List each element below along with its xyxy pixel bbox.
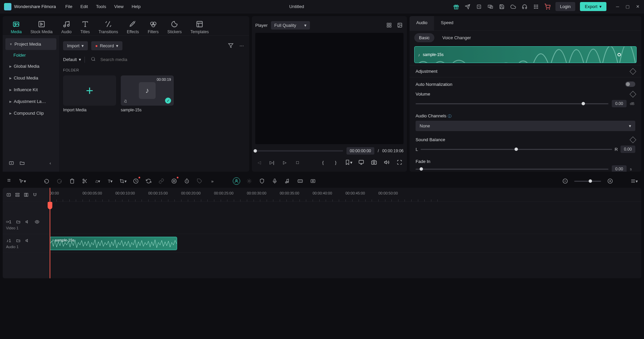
seek-handle[interactable] [254,149,257,153]
list-view-icon[interactable]: ▾ [631,177,638,185]
maximize-button[interactable]: ▢ [625,4,630,9]
audio-track[interactable]: ♪sample-15s [50,234,641,253]
cloud-icon[interactable] [510,3,517,10]
beat-icon[interactable] [284,177,291,185]
redo-icon[interactable] [56,177,63,185]
folder-icon[interactable] [18,159,26,167]
select-tool-icon[interactable]: ▾ [19,177,26,185]
balance-value[interactable]: 0.00 [621,146,635,153]
fade-in-slider[interactable] [416,169,608,170]
sidebar-folder[interactable]: Folder [5,50,56,60]
tab-transitions[interactable]: Transitions [96,19,121,36]
record-button[interactable]: ●Record▾ [91,41,122,50]
tag-icon[interactable] [196,177,203,185]
tab-filters[interactable]: Filters [145,19,161,36]
ai-portrait-icon[interactable] [233,177,240,185]
player-viewport[interactable] [255,33,404,144]
color-icon[interactable] [170,177,178,185]
volume-icon[interactable] [383,158,391,166]
sidebar-adjustment-layer[interactable]: ▶Adjustment La… [5,96,56,107]
save-icon[interactable] [498,3,505,10]
history-icon[interactable] [476,3,482,10]
import-media-card[interactable]: + Import Media [63,75,116,112]
balance-slider[interactable] [421,149,612,150]
sidebar-compound-clip[interactable]: ▶Compound Clip [5,107,56,119]
screens-icon[interactable] [487,3,494,10]
keyframe-diamond-icon[interactable] [630,68,636,75]
tab-stickers[interactable]: Stickers [165,19,184,36]
split-icon[interactable] [81,177,89,185]
add-track-icon[interactable] [6,192,11,197]
seek-slider[interactable] [255,150,343,152]
tab-media[interactable]: Media [8,19,24,36]
audio-clip[interactable]: ♪sample-15s [50,237,177,250]
sidebar-influence-kit[interactable]: ▶Influence Kit [5,84,56,96]
folder-icon[interactable] [15,238,21,243]
minimize-button[interactable]: ─ [615,4,620,9]
channels-dropdown[interactable]: None▾ [416,121,635,131]
subtab-basic[interactable]: Basic [414,33,434,42]
adjustment-section-head[interactable]: Adjustment [410,65,641,77]
text-tool-icon[interactable]: T▾ [107,177,114,185]
volume-value[interactable]: 0.00 [612,100,627,107]
import-button[interactable]: Import▾ [63,41,88,50]
timer-icon[interactable] [183,177,191,185]
slider-handle[interactable] [582,102,585,105]
mark-out-icon[interactable]: } [332,158,340,166]
zoom-slider[interactable] [574,181,601,182]
tab-audio-props[interactable]: Audio [410,16,434,31]
login-button[interactable]: Login [555,2,576,11]
track-lock-icon[interactable] [23,192,29,197]
folder-icon[interactable] [15,219,21,225]
export-button[interactable]: Export▾ [580,2,606,11]
next-frame-icon[interactable]: ▷| [268,158,276,166]
mark-in-icon[interactable]: { [319,158,327,166]
prev-frame-icon[interactable]: ◁ [255,158,263,166]
zoom-in-icon[interactable] [606,177,614,185]
display-icon[interactable] [357,158,365,166]
snapshot-icon[interactable] [370,158,378,166]
grid-view-icon[interactable] [385,21,393,29]
stop-icon[interactable]: □ [293,158,302,166]
brightness-icon[interactable] [246,177,253,185]
sidebar-project-media[interactable]: ▼Project Media [5,38,56,50]
track-magnet-icon[interactable] [32,192,38,197]
track-options-icon[interactable] [15,192,20,197]
sort-button[interactable]: Default▾ [63,57,81,62]
mute-icon[interactable] [25,219,30,225]
auto-norm-toggle[interactable] [625,81,635,87]
menu-edit[interactable]: Edit [80,4,88,9]
subtab-voice-changer[interactable]: Voice Changer [438,33,476,42]
info-icon[interactable]: ⓘ [448,114,451,118]
play-icon[interactable]: ▷ [281,158,289,166]
clip-waveform-preview[interactable]: ♪ sample-15s [414,46,637,63]
tab-stock-media[interactable]: Stock Media [28,19,55,36]
close-button[interactable]: ✕ [635,4,640,9]
timeline-ruler[interactable]: 00:00 00:00:05:00 00:00:10:00 00:00:15:0… [50,188,641,202]
menu-file[interactable]: File [65,4,72,9]
expand-icon[interactable]: » [209,177,216,185]
playhead[interactable] [50,188,50,278]
gift-icon[interactable] [453,3,460,10]
delete-icon[interactable] [68,177,76,185]
more-icon[interactable]: ⋯ [238,42,245,49]
crop-icon[interactable]: ▾ [119,177,127,185]
shield-icon[interactable] [258,177,266,185]
search-input[interactable] [98,55,245,64]
props-scroll[interactable]: Adjustment Auto Normalization Volume 0.0… [410,65,641,172]
send-icon[interactable] [464,3,471,10]
media-card-sample[interactable]: ♪ 00:00:19 ♫ ✓ sample-15s [121,75,174,112]
keyframe-diamond-icon[interactable] [630,91,636,98]
slider-handle[interactable] [515,148,518,151]
audio-tools-icon[interactable]: ♫▾ [94,177,101,185]
fullscreen-icon[interactable] [395,158,404,166]
headphones-icon[interactable] [521,3,528,10]
tab-titles[interactable]: Titles [77,19,92,36]
speed-icon[interactable] [132,177,140,185]
marker-menu-icon[interactable]: ▾ [344,158,353,166]
reverse-icon[interactable] [145,177,152,185]
fade-in-value[interactable]: 0.00 [612,165,627,172]
filter-icon[interactable] [227,42,234,49]
keyframe-diamond-icon[interactable] [630,136,636,143]
zoom-out-icon[interactable] [561,177,569,185]
